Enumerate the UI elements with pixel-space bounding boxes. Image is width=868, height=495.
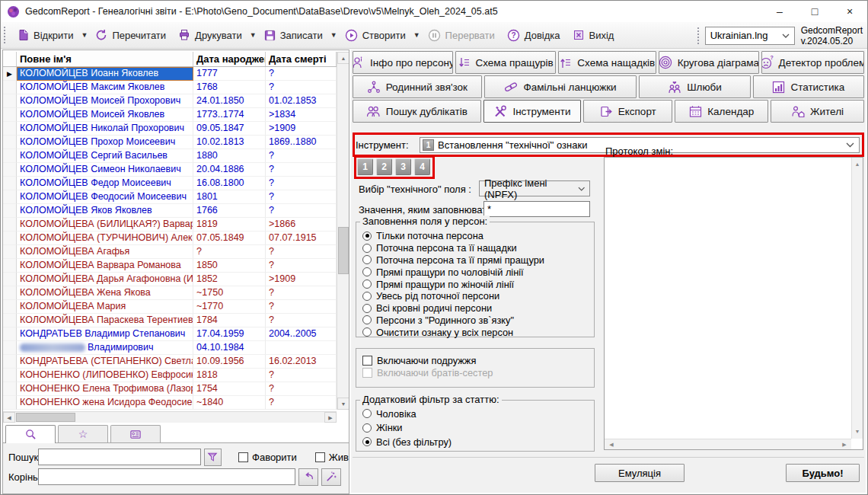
auto-root-button[interactable] — [321, 468, 341, 486]
scroll-up-arrow[interactable]: ▲ — [852, 159, 863, 170]
radio-option[interactable]: Всі кровні родичі персони — [356, 302, 594, 315]
set-root-button[interactable] — [298, 468, 318, 486]
table-row[interactable]: КОЛОМОЙЦЕВ Сергий Васильев 1880 ? — [3, 149, 337, 163]
table-row[interactable]: КОНОНЕНКО жена Исидора Феодосиева ~1840 … — [3, 396, 337, 410]
reread-button[interactable]: Перечитати — [89, 27, 172, 43]
radio-option[interactable]: Поточна персона та її нащадки — [356, 242, 594, 254]
tab-statistics[interactable]: Статистика — [753, 75, 864, 98]
table-row[interactable]: КОЛОМОЙЦЕВА Дарья Агафоновна (Иванова 18… — [3, 273, 337, 286]
root-input[interactable] — [38, 468, 295, 485]
column-header-death[interactable]: Дата смерті — [266, 52, 337, 66]
save-dropdown-arrow[interactable]: ▼ — [329, 31, 339, 39]
tab-descendant-scheme[interactable]: Схема нащадків — [558, 51, 656, 74]
radio-option[interactable]: Чоловіка — [356, 407, 594, 421]
tab-calendar[interactable]: Календар — [675, 100, 768, 123]
column-header-birth[interactable]: Дата народження — [193, 52, 266, 66]
maximize-button[interactable]: □ — [797, 1, 832, 22]
scroll-up-arrow[interactable]: ▲ — [337, 52, 349, 64]
radio-option[interactable]: Прямі пращури по жіночій лінії — [356, 278, 594, 290]
scroll-down-arrow[interactable]: ▼ — [337, 398, 349, 410]
table-row[interactable]: КОЛОМОЙЦЕВ Максим Яковлев 1768 ? — [3, 81, 337, 94]
exit-button[interactable]: Вихід — [566, 27, 621, 43]
table-row[interactable]: КОЛОМОЙЦЕВА Мария ~1770 ? — [3, 300, 337, 314]
close-button[interactable]: × — [832, 1, 867, 22]
step-button[interactable]: 3 — [395, 158, 411, 175]
step-button[interactable]: 1 — [357, 158, 373, 175]
radio-option[interactable]: Поточна персона та її прямі пращури — [356, 254, 594, 267]
table-row[interactable]: КОЛОМОЙЦЕВ Николай Прохорович 09.05.1847… — [3, 122, 337, 136]
tab-ancestor-scheme[interactable]: Схема пращурів — [455, 51, 556, 74]
table-row[interactable]: КОЛОМОЙЦЕВ Симеон Николаевич 20.04.1886 … — [3, 163, 337, 177]
favorites-checkbox[interactable]: Фаворити — [238, 452, 297, 463]
tab-circle-diagram[interactable]: Кругова діаграма — [659, 51, 759, 74]
scroll-down-arrow[interactable]: ▼ — [852, 426, 863, 437]
table-row[interactable]: КОЛОМОЙЦЕВ Феодосий Моисеевич 1801 ? — [3, 190, 337, 204]
radio-option[interactable]: Очистити ознаку у всіх персон — [356, 326, 594, 338]
create-dropdown-arrow[interactable]: ▼ — [412, 31, 422, 39]
help-button[interactable]: ? Довідка — [501, 27, 566, 44]
tab-family-relation[interactable]: Родинний звя'зок — [353, 75, 482, 98]
tab-marriages[interactable]: Шлюби — [639, 75, 750, 98]
protocol-vertical-scrollbar[interactable]: ▲ ▼ — [851, 158, 863, 439]
emulation-button[interactable]: Емуляція — [595, 464, 685, 482]
radio-option[interactable]: Увесь рід поточної персони — [356, 290, 594, 302]
save-button[interactable]: Записати — [258, 27, 329, 43]
table-vertical-scrollbar[interactable]: ▲ ▼ — [337, 52, 349, 410]
step-button[interactable]: 4 — [414, 158, 430, 175]
scroll-left-arrow[interactable]: ◀ — [606, 439, 617, 450]
table-row[interactable]: КОЛОМОЙЦЕВ Моисей Прохорович 24.01.1850 … — [3, 94, 337, 108]
field-select[interactable]: Префікс імені (NPFX) — [479, 180, 590, 196]
tab-export[interactable]: Експорт — [583, 100, 672, 123]
radio-option[interactable]: Прямі пращури по чоловічій лінії — [356, 266, 594, 278]
radio-option[interactable]: Жінки — [356, 421, 594, 436]
horizontal-scroll-thumb[interactable] — [16, 413, 75, 422]
print-dropdown-arrow[interactable]: ▼ — [248, 31, 258, 39]
open-button[interactable]: Відкрити — [11, 27, 80, 43]
column-header-name[interactable]: Повне ім'я — [17, 52, 193, 66]
table-row[interactable]: КОЛОМОЙЦЕВА Параскева Терентиева 1784 ? — [3, 314, 337, 327]
radio-option[interactable]: Тільки поточна персона — [356, 230, 594, 242]
tab-family-chains[interactable]: Фамільні ланцюжки — [484, 75, 637, 98]
table-row[interactable]: КОЛОМОЙЦЕВ Прохор Моисеевич 10.02.1813 1… — [3, 136, 337, 149]
radio-option[interactable]: Персони з "Родинного зв`язку" — [356, 315, 594, 327]
tab-favorites[interactable]: ☆ — [58, 425, 108, 442]
table-horizontal-scrollbar[interactable]: ◀ ▶ — [3, 411, 337, 423]
protocol-textarea[interactable]: ▲ ▼ ◀ ▶ — [604, 157, 863, 450]
tab-search[interactable] — [5, 425, 56, 443]
scroll-right-arrow[interactable]: ▶ — [324, 412, 337, 423]
tab-person-card[interactable] — [110, 425, 161, 442]
scroll-right-arrow[interactable]: ▶ — [839, 439, 850, 450]
table-row[interactable]: КОЛОМОЙЦЕВА Агафья ? ? — [3, 245, 337, 259]
value-input[interactable] — [483, 201, 590, 217]
open-dropdown-arrow[interactable]: ▼ — [80, 31, 90, 39]
filter-button[interactable] — [204, 449, 222, 466]
table-row[interactable]: КОЛОМОЙЦЕВА (ТУРЧИНОВИЧ) Александра Д 07… — [3, 232, 337, 245]
scroll-left-arrow[interactable]: ◀ — [3, 412, 15, 423]
checkbox-option[interactable]: Включаючи братів-сестер — [356, 367, 594, 379]
search-input[interactable] — [38, 449, 201, 465]
tab-residents[interactable]: Жителі — [771, 100, 864, 123]
table-row[interactable]: КОЛОМОЙЦЕВА (БИЛИЦКАЯ?) Варвара Ипати 18… — [3, 218, 337, 232]
table-row[interactable]: КОНОНЕНКО (ЛИПОВЕНКО) Евфросинья Григ 18… — [3, 369, 337, 382]
create-button[interactable]: Створити — [339, 27, 412, 44]
language-select[interactable]: Ukrainian.lng — [705, 27, 795, 45]
table-row[interactable]: КОЛОМОЙЦЕВ Яков Яковлев 1766 ? — [3, 204, 337, 218]
table-row[interactable]: КОНОНЕНКО Елена Трофимова (Лазорова) 175… — [3, 382, 337, 396]
tab-problem-detector[interactable]: ? Детектор проблем — [761, 51, 864, 74]
table-row[interactable]: КОНДРАТЬЕВ Владимир Степанович 17.04.195… — [3, 327, 337, 341]
table-row[interactable]: Владимирович 04.10.1984 — [3, 341, 337, 355]
table-row[interactable]: КОЛОМОЙЦЕВА Варвара Романова 1850 ? — [3, 259, 337, 273]
alive-checkbox[interactable]: Жив — [315, 452, 349, 463]
tab-duplicate-search[interactable]: Пошук дублікатів — [353, 100, 481, 123]
go-button[interactable]: Будьмо! — [786, 464, 860, 482]
print-button[interactable]: Друкувати — [172, 27, 248, 43]
table-row[interactable]: КОЛОМОЙЦЕВ Федор Моисеевич 16.08.1800 ? — [3, 177, 337, 190]
step-button[interactable]: 2 — [376, 158, 392, 175]
table-row[interactable]: КОЛОМОЙЦЕВА Жена Якова ~1750 ? — [3, 286, 337, 300]
radio-option[interactable]: Всі (без фільтру) — [356, 435, 594, 449]
tab-tools[interactable]: Інструменти — [483, 100, 582, 123]
checkbox-option[interactable]: Включаючи подружжя — [356, 355, 594, 367]
protocol-horizontal-scrollbar[interactable]: ◀ ▶ — [605, 439, 851, 449]
tab-person-info[interactable]: Інфо про персону — [353, 51, 453, 74]
table-row[interactable]: КОНДРАТЬЕВА (СТЕПАНЕНКО) Светлана Иван 1… — [3, 355, 337, 369]
